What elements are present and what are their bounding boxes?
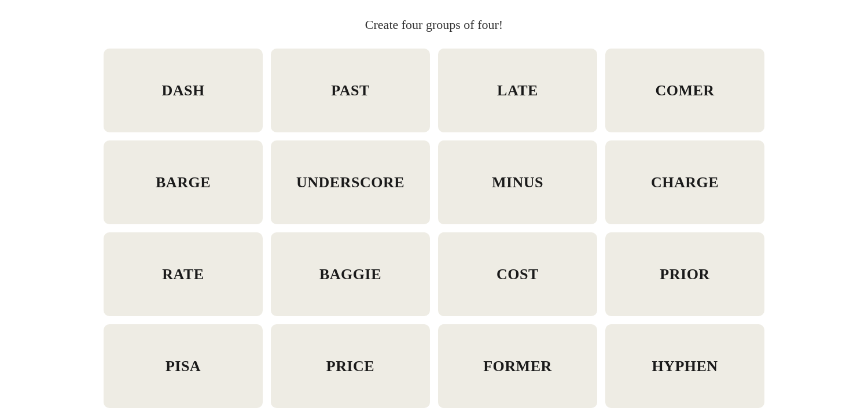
tile-comer[interactable]: COMER — [605, 49, 764, 132]
tile-charge[interactable]: CHARGE — [605, 140, 764, 224]
tile-label-underscore: UNDERSCORE — [296, 174, 404, 191]
tile-late[interactable]: LATE — [438, 49, 597, 132]
tile-label-dash: DASH — [161, 82, 204, 99]
tile-label-hyphen: HYPHEN — [652, 358, 718, 375]
tile-label-past: PAST — [331, 82, 370, 99]
tile-label-baggie: BAGGIE — [319, 266, 381, 283]
tile-hyphen[interactable]: HYPHEN — [605, 324, 764, 408]
tile-minus[interactable]: MINUS — [438, 140, 597, 224]
tile-dash[interactable]: DASH — [104, 49, 263, 132]
tile-label-minus: MINUS — [492, 174, 543, 191]
tile-former[interactable]: FORMER — [438, 324, 597, 408]
tile-baggie[interactable]: BAGGIE — [271, 232, 430, 316]
tile-label-cost: COST — [496, 266, 539, 283]
tile-underscore[interactable]: UNDERSCORE — [271, 140, 430, 224]
tile-label-comer: COMER — [655, 82, 714, 99]
tile-cost[interactable]: COST — [438, 232, 597, 316]
tile-label-former: FORMER — [483, 358, 552, 375]
word-grid: DASHPASTLATECOMERBARGEUNDERSCOREMINUSCHA… — [104, 49, 764, 408]
tile-label-rate: RATE — [162, 266, 204, 283]
tile-past[interactable]: PAST — [271, 49, 430, 132]
tile-label-price: PRICE — [326, 358, 374, 375]
tile-label-late: LATE — [497, 82, 538, 99]
tile-label-prior: PRIOR — [660, 266, 709, 283]
tile-pisa[interactable]: PISA — [104, 324, 263, 408]
tile-rate[interactable]: RATE — [104, 232, 263, 316]
tile-label-charge: CHARGE — [651, 174, 719, 191]
tile-prior[interactable]: PRIOR — [605, 232, 764, 316]
subtitle: Create four groups of four! — [365, 17, 503, 32]
tile-label-barge: BARGE — [156, 174, 211, 191]
tile-barge[interactable]: BARGE — [104, 140, 263, 224]
tile-price[interactable]: PRICE — [271, 324, 430, 408]
tile-label-pisa: PISA — [165, 358, 201, 375]
